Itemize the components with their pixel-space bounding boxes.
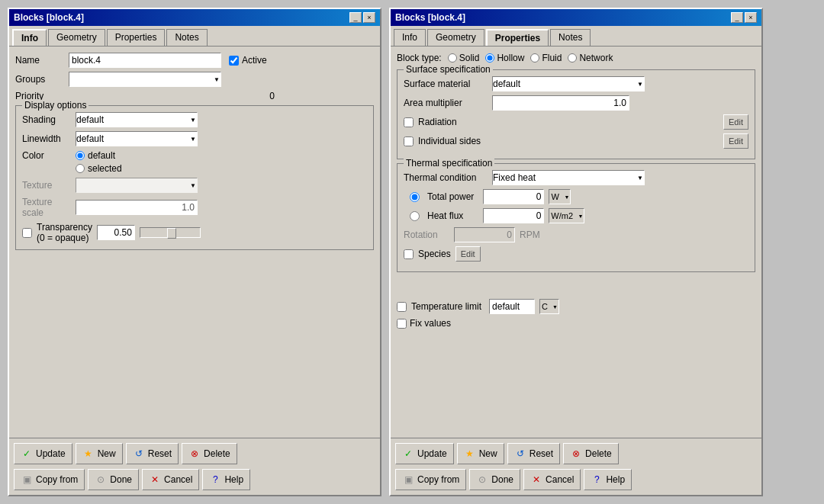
block-type-row: Block type: Solid Hollow Fluid Network: [397, 53, 755, 63]
total-power-input[interactable]: [483, 189, 544, 204]
temperature-limit-checkbox[interactable]: [397, 302, 407, 312]
linewidth-label: Linewidth: [22, 133, 76, 144]
total-power-unit-select[interactable]: W: [549, 189, 571, 204]
right-done-label: Done: [491, 474, 513, 485]
tab-geometry-right[interactable]: Geometry: [427, 29, 484, 46]
color-radio-group: default selected: [76, 150, 122, 174]
network-radio[interactable]: [568, 53, 577, 63]
solid-radio[interactable]: [448, 53, 457, 63]
thermal-condition-select-wrapper: Fixed heat: [492, 170, 645, 185]
right-title-bar: Blocks [block.4] _ ×: [391, 9, 761, 26]
right-copy-from-button[interactable]: ▣ Copy from: [395, 469, 466, 490]
transparency-slider-thumb: [167, 228, 176, 239]
left-new-label: New: [98, 448, 116, 459]
temp-unit-wrapper: C: [539, 299, 559, 314]
right-cancel-button[interactable]: ✕ Cancel: [523, 469, 581, 490]
total-power-radio[interactable]: [410, 192, 420, 202]
fix-values-label: Fix values: [410, 318, 451, 329]
left-done-button[interactable]: ⊙ Done: [88, 469, 139, 490]
left-copy-from-button[interactable]: ▣ Copy from: [14, 469, 85, 490]
left-btn-row-1: ✓ Update ★ New ↺ Reset ⊗ Delete: [14, 443, 375, 464]
tab-info-left[interactable]: Info: [12, 29, 47, 46]
radiation-label: Radiation: [418, 117, 457, 127]
radiation-checkbox[interactable]: [404, 117, 414, 127]
right-bottom-buttons: ✓ Update ★ New ↺ Reset ⊗ Delete ▣ Copy f…: [391, 438, 761, 495]
individual-sides-label: Individual sides: [418, 136, 481, 146]
transparency-label: Transparency(0 = opaque): [37, 222, 92, 243]
total-power-unit-wrapper: W: [549, 189, 571, 204]
right-copy-icon: ▣: [402, 474, 414, 486]
linewidth-select-wrapper: default: [76, 131, 198, 146]
tab-notes-right[interactable]: Notes: [550, 29, 591, 46]
left-cancel-button[interactable]: ✕ Cancel: [142, 469, 199, 490]
species-checkbox[interactable]: [404, 249, 414, 259]
tab-properties-left[interactable]: Properties: [107, 29, 166, 46]
close-button[interactable]: ×: [363, 12, 375, 23]
right-update-button[interactable]: ✓ Update: [395, 443, 454, 464]
tab-geometry-left[interactable]: Geometry: [48, 29, 105, 46]
heat-flux-radio[interactable]: [410, 211, 420, 221]
linewidth-select[interactable]: default: [76, 131, 198, 146]
right-close-button[interactable]: ×: [745, 12, 757, 23]
left-update-label: Update: [36, 448, 66, 459]
left-new-button[interactable]: ★ New: [76, 443, 123, 464]
hollow-radio[interactable]: [485, 53, 494, 63]
surface-material-label: Surface material: [404, 79, 488, 89]
temp-unit-select[interactable]: C: [539, 299, 559, 314]
right-minimize-button[interactable]: _: [731, 12, 743, 23]
right-done-button[interactable]: ⊙ Done: [469, 469, 520, 490]
color-selected-radio[interactable]: [76, 164, 85, 173]
transparency-input[interactable]: [97, 225, 135, 240]
transparency-row: Transparency(0 = opaque): [22, 222, 367, 243]
left-tab-content: Name Active Groups Priority 0 Display op…: [9, 46, 380, 438]
area-multiplier-input[interactable]: [492, 95, 629, 111]
individual-sides-checkbox[interactable]: [404, 136, 414, 146]
texture-scale-input[interactable]: [76, 200, 198, 215]
left-title-bar: Blocks [block.4] _ ×: [9, 9, 380, 26]
active-checkbox[interactable]: [229, 56, 239, 66]
left-reset-button[interactable]: ↺ Reset: [126, 443, 179, 464]
temperature-limit-input[interactable]: [489, 299, 535, 314]
groups-select[interactable]: [69, 72, 221, 87]
right-help-button[interactable]: ? Help: [584, 469, 632, 490]
shading-row: Shading default: [22, 112, 367, 127]
tab-notes-left[interactable]: Notes: [166, 29, 207, 46]
left-copy-from-label: Copy from: [36, 474, 78, 485]
right-reset-button[interactable]: ↺ Reset: [507, 443, 560, 464]
right-help-label: Help: [606, 474, 625, 485]
tab-properties-right[interactable]: Properties: [486, 29, 549, 46]
active-row: Active: [229, 55, 267, 66]
surface-material-select[interactable]: default: [492, 76, 645, 91]
thermal-condition-select[interactable]: Fixed heat: [492, 170, 645, 185]
transparency-checkbox[interactable]: [22, 228, 32, 238]
tab-info-right[interactable]: Info: [394, 29, 426, 46]
fix-values-checkbox[interactable]: [397, 319, 407, 329]
heat-flux-input[interactable]: [483, 208, 544, 223]
shading-select[interactable]: default: [76, 112, 198, 127]
transparency-slider-track[interactable]: [140, 227, 201, 238]
left-help-button[interactable]: ? Help: [202, 469, 250, 490]
right-reset-label: Reset: [529, 448, 553, 459]
radiation-edit-button[interactable]: Edit: [723, 114, 748, 130]
color-default-radio[interactable]: [76, 151, 85, 160]
right-new-button[interactable]: ★ New: [457, 443, 504, 464]
left-dialog: Blocks [block.4] _ × Info Geometry Prope…: [8, 8, 381, 496]
heat-flux-unit-select[interactable]: W/m2: [549, 208, 584, 223]
right-delete-button[interactable]: ⊗ Delete: [563, 443, 619, 464]
fluid-label: Fluid: [542, 53, 562, 63]
area-multiplier-row: Area multiplier: [404, 95, 748, 111]
texture-scale-label: Texture scale: [22, 197, 76, 218]
left-update-button[interactable]: ✓ Update: [14, 443, 72, 464]
name-input[interactable]: [69, 53, 221, 68]
right-dialog-title: Blocks [block.4]: [395, 12, 465, 23]
left-help-label: Help: [224, 474, 243, 485]
individual-sides-edit-button[interactable]: Edit: [723, 133, 748, 149]
species-edit-button[interactable]: Edit: [455, 246, 481, 262]
color-row: Color default selected: [22, 150, 367, 174]
left-delete-button[interactable]: ⊗ Delete: [182, 443, 237, 464]
minimize-button[interactable]: _: [349, 12, 362, 23]
update-icon: ✓: [21, 448, 33, 460]
linewidth-row: Linewidth default: [22, 131, 367, 146]
fluid-radio[interactable]: [530, 53, 539, 63]
texture-select[interactable]: [76, 178, 198, 193]
